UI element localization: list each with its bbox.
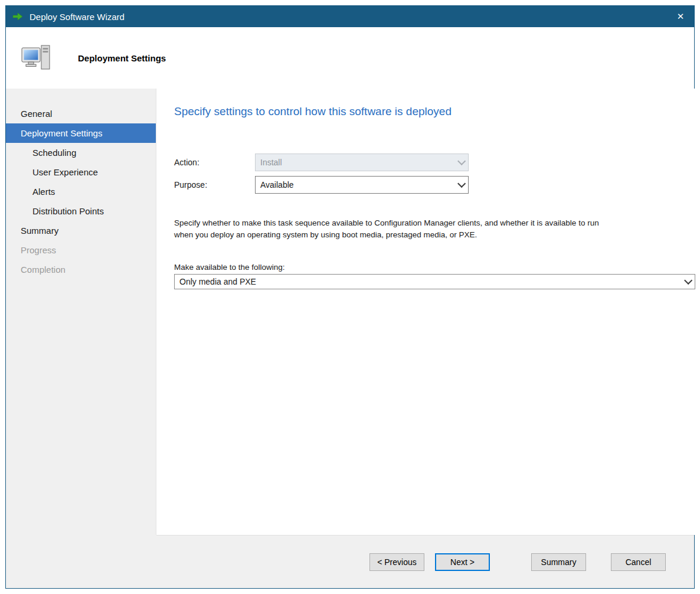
description-text: Specify whether to make this task sequen… xyxy=(174,217,616,240)
chevron-down-icon xyxy=(679,275,695,289)
purpose-value: Available xyxy=(256,180,453,190)
action-row: Action: Install xyxy=(174,154,695,171)
purpose-dropdown[interactable]: Available xyxy=(255,176,469,194)
sidebar-item-user-experience[interactable]: User Experience xyxy=(6,162,156,182)
footer-sidebar-strip xyxy=(6,535,156,588)
wizard-nav: GeneralDeployment SettingsSchedulingUser… xyxy=(6,89,156,535)
action-dropdown: Install xyxy=(255,154,469,171)
chevron-down-icon xyxy=(453,154,468,171)
previous-button[interactable]: < Previous xyxy=(369,553,424,571)
make-available-dropdown[interactable]: Only media and PXE xyxy=(174,274,695,289)
action-label: Action: xyxy=(174,158,255,167)
window-title: Deploy Software Wizard xyxy=(30,12,125,22)
wizard-body: GeneralDeployment SettingsSchedulingUser… xyxy=(6,89,694,535)
wizard-footer: < Previous Next > Summary Cancel xyxy=(6,535,694,588)
sidebar-item-alerts[interactable]: Alerts xyxy=(6,182,156,201)
close-icon[interactable]: ✕ xyxy=(667,6,694,27)
page-title: Deployment Settings xyxy=(78,53,166,63)
purpose-label: Purpose: xyxy=(174,180,255,190)
sidebar-item-summary[interactable]: Summary xyxy=(6,221,156,240)
sidebar-item-deployment-settings[interactable]: Deployment Settings xyxy=(6,123,156,143)
summary-button[interactable]: Summary xyxy=(531,553,586,571)
sidebar-item-scheduling[interactable]: Scheduling xyxy=(6,143,156,162)
make-available-label: Make available to the following: xyxy=(174,263,695,272)
title-bar: Deploy Software Wizard ✕ xyxy=(6,6,694,27)
sidebar-item-progress: Progress xyxy=(6,240,156,260)
cancel-button[interactable]: Cancel xyxy=(611,553,666,571)
content-pane: Specify settings to control how this sof… xyxy=(156,89,700,535)
sidebar-item-completion: Completion xyxy=(6,260,156,279)
chevron-down-icon xyxy=(453,177,468,193)
deploy-software-wizard-window: Deploy Software Wizard ✕ xyxy=(5,5,695,589)
deployment-form: Action: Install Purpose: Available xyxy=(174,154,695,194)
action-value: Install xyxy=(256,158,453,167)
footer-buttons: < Previous Next > Summary Cancel xyxy=(156,535,694,588)
purpose-row: Purpose: Available xyxy=(174,176,695,194)
wizard-header: Deployment Settings xyxy=(6,27,694,89)
sidebar-item-distribution-points[interactable]: Distribution Points xyxy=(6,201,156,221)
next-button[interactable]: Next > xyxy=(435,553,490,571)
make-available-value: Only media and PXE xyxy=(175,277,679,286)
content-heading: Specify settings to control how this sof… xyxy=(174,105,695,118)
sidebar-item-general[interactable]: General xyxy=(6,104,156,123)
computer-icon xyxy=(21,44,52,71)
desktop-background: Deploy Software Wizard ✕ xyxy=(0,0,700,594)
green-arrow-icon xyxy=(12,11,24,22)
